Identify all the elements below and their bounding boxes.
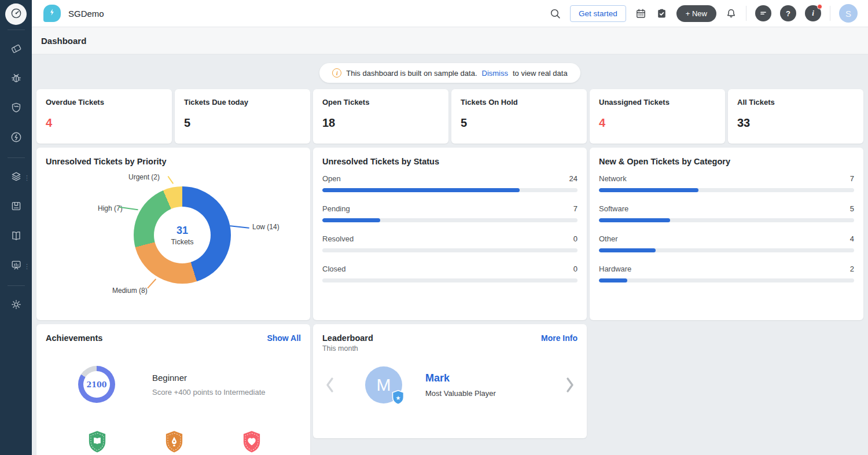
bar-row-software: Software5 — [599, 204, 854, 222]
layers-icon — [10, 170, 23, 185]
stat-value: 4 — [46, 116, 163, 130]
pen-badge-icon[interactable] — [162, 430, 186, 455]
prev-player-chevron-icon[interactable] — [322, 373, 337, 397]
score-value: 2100 — [87, 380, 107, 389]
bar-label: Network — [599, 174, 627, 183]
slice-label-high: High (7) — [98, 204, 123, 212]
bar-row-open: Open24 — [322, 174, 578, 192]
bar-track — [322, 218, 578, 222]
app-logo[interactable] — [43, 5, 61, 22]
donut-total: 31 — [176, 225, 188, 237]
sidebar-item-dashboard[interactable] — [5, 3, 27, 25]
sidebar-item-settings[interactable] — [0, 291, 32, 320]
leader-line — [230, 225, 249, 228]
new-button[interactable]: + New — [676, 5, 716, 22]
stat-card-overdue[interactable]: Overdue Tickets 4 — [36, 89, 172, 144]
lightning-bolt-icon — [47, 8, 57, 19]
left-sidebar: ⋮ ⋮ — [0, 0, 32, 455]
score-ring: 2100 — [78, 366, 115, 403]
bar-row-resolved: Resolved0 — [322, 234, 578, 252]
shield-icon — [10, 101, 23, 116]
sidebar-item-tickets[interactable] — [0, 35, 32, 64]
more-info-link[interactable]: More Info — [541, 333, 578, 343]
player-name: Mark — [425, 372, 496, 384]
bolt-circle-icon — [10, 131, 23, 146]
player-avatar: M ★ — [365, 366, 402, 403]
stat-label: Unassigned Tickets — [599, 98, 716, 107]
heart-badge-icon[interactable] — [240, 430, 264, 455]
bar-label: Other — [599, 234, 618, 243]
user-avatar[interactable]: S — [839, 4, 858, 23]
feedback-chat-icon[interactable] — [755, 5, 771, 21]
stat-card-all[interactable]: All Tickets 33 — [728, 89, 863, 144]
notifications-bell-icon[interactable] — [725, 8, 737, 20]
assets-kebab-icon[interactable]: ⋮ — [24, 175, 30, 181]
book-badge-icon[interactable] — [85, 430, 109, 455]
info-icon[interactable]: i — [805, 5, 821, 21]
donut-center-label: Tickets — [171, 238, 193, 246]
bar-label: Resolved — [322, 234, 354, 243]
dismiss-link[interactable]: Dismiss — [482, 69, 509, 78]
sidebar-item-problems[interactable] — [0, 64, 32, 94]
stat-label: Tickets On Hold — [461, 98, 578, 107]
level-subtitle: Score +400 points to Intermediate — [152, 388, 265, 397]
bar-value: 2 — [850, 265, 854, 273]
bar-value: 0 — [573, 265, 578, 273]
bug-icon — [10, 72, 23, 87]
panel-title: Achievements — [46, 333, 102, 343]
get-started-button[interactable]: Get started — [570, 5, 626, 22]
stat-label: Open Tickets — [322, 98, 439, 107]
stat-card-on-hold[interactable]: Tickets On Hold 5 — [451, 89, 587, 144]
leaderboard-period: This month — [322, 344, 373, 353]
analytics-kebab-icon[interactable]: ⋮ — [24, 263, 30, 269]
bar-value: 7 — [850, 174, 854, 183]
category-panel: New & Open Tickets by Category Network7 … — [590, 148, 863, 320]
stat-value: 5 — [461, 116, 578, 130]
show-all-link[interactable]: Show All — [267, 333, 301, 343]
bar-fill — [599, 248, 656, 252]
stat-card-open[interactable]: Open Tickets 18 — [313, 89, 448, 144]
bar-fill — [322, 188, 520, 192]
bar-track — [322, 248, 578, 252]
priority-panel: Unresolved Tickets by Priority 31 Ticket… — [36, 148, 310, 320]
header-divider — [746, 6, 746, 21]
workspace-name: SGDemo — [68, 9, 104, 19]
gauge-icon — [10, 7, 23, 22]
priority-donut: 31 Tickets — [134, 186, 231, 284]
gear-icon — [10, 298, 23, 313]
calendar-icon[interactable] — [635, 8, 647, 20]
sample-data-banner: i This dashboard is built on sample data… — [319, 63, 580, 83]
bar-value: 4 — [850, 234, 854, 243]
sidebar-item-analytics[interactable]: ⋮ — [0, 251, 32, 281]
panel-title: Leaderboard — [322, 333, 373, 343]
stat-card-due-today[interactable]: Tickets Due today 5 — [175, 89, 310, 144]
bar-value: 24 — [569, 174, 578, 183]
bar-track — [599, 188, 854, 192]
bar-label: Pending — [322, 204, 350, 213]
panel-title: Unresolved Tickets by Priority — [46, 157, 301, 166]
bar-fill — [322, 218, 380, 222]
slice-label-urgent: Urgent (2) — [128, 173, 160, 181]
bottom-row: Achievements Show All 2100 Beginner Scor… — [36, 324, 863, 455]
bar-fill — [599, 278, 627, 282]
sidebar-item-automation[interactable] — [0, 123, 32, 153]
sidebar-item-assets[interactable]: ⋮ — [0, 163, 32, 192]
tasks-clipboard-icon[interactable] — [656, 8, 668, 20]
bar-fill — [599, 188, 698, 192]
page-title: Dashboard — [41, 36, 86, 46]
stat-value: 5 — [184, 116, 301, 130]
sidebar-item-changes[interactable] — [0, 94, 32, 123]
next-player-chevron-icon[interactable] — [562, 373, 578, 397]
help-icon[interactable]: ? — [780, 5, 796, 21]
sidebar-item-solutions[interactable] — [0, 222, 32, 251]
bar-fill — [599, 218, 670, 222]
leader-line — [147, 278, 156, 288]
stat-value: 4 — [599, 116, 716, 130]
stat-card-unassigned[interactable]: Unassigned Tickets 4 — [590, 89, 725, 144]
donut-center: 31 Tickets — [154, 207, 211, 263]
sidebar-item-purchase[interactable] — [0, 192, 32, 222]
notification-dot — [817, 4, 822, 9]
bar-row-network: Network7 — [599, 174, 854, 192]
leaderboard-panel: Leaderboard This month More Info M ★ — [313, 324, 587, 438]
search-icon[interactable] — [549, 8, 561, 20]
